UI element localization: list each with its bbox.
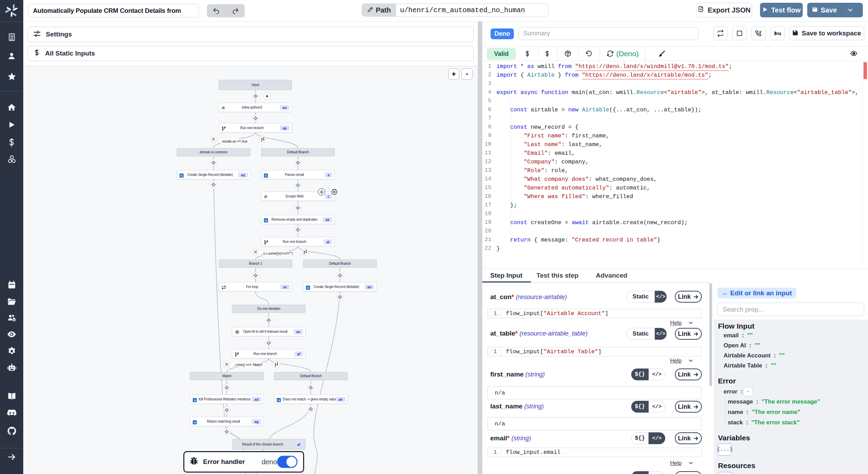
svg-text:TS: TS	[193, 399, 196, 401]
svg-text:TS: TS	[193, 421, 196, 423]
svg-text:TS: TS	[180, 175, 183, 177]
svg-text:TS: TS	[277, 399, 280, 401]
svg-text:TS: TS	[307, 287, 309, 289]
svg-text:TS: TS	[265, 175, 267, 177]
svg-text:TS: TS	[265, 219, 267, 221]
